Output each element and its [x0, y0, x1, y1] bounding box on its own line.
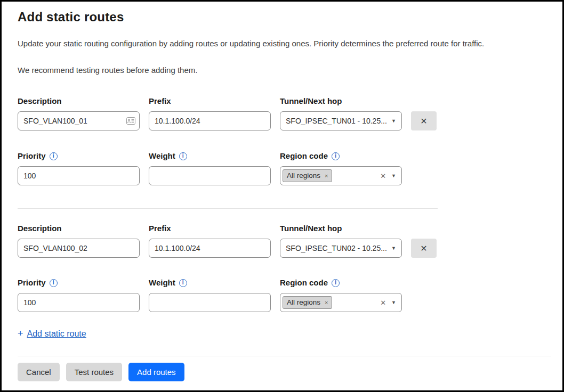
- test-routes-button[interactable]: Test routes: [66, 363, 122, 381]
- add-routes-button[interactable]: Add routes: [128, 363, 184, 381]
- close-icon: ✕: [420, 243, 427, 254]
- tunnel-select-value: SFO_IPSEC_TUN01 - 10.25...: [286, 117, 387, 125]
- tunnel-label: Tunnel/Next hop: [280, 96, 402, 107]
- tunnel-field-2: Tunnel/Next hop SFO_IPSEC_TUN02 - 10.25.…: [280, 223, 402, 258]
- weight-label: Weight: [149, 151, 175, 161]
- dialog-description: Update your static routing configuration…: [18, 38, 553, 49]
- priority-label: Priority: [18, 151, 46, 161]
- chip-close-icon[interactable]: ×: [325, 173, 328, 179]
- description-input-1[interactable]: [18, 111, 140, 130]
- tunnel-field-1: Tunnel/Next hop SFO_IPSEC_TUN01 - 10.25.…: [280, 96, 402, 130]
- region-tag: All regions ×: [283, 169, 332, 182]
- prefix-label: Prefix: [149, 96, 271, 107]
- description-input-2[interactable]: [18, 239, 140, 258]
- page-title: Add static routes: [18, 9, 553, 25]
- footer-actions: Cancel Test routes Add routes: [18, 363, 553, 381]
- chevron-down-icon: ▼: [391, 173, 396, 178]
- add-static-route-row: + Add static route: [18, 328, 553, 339]
- group-divider: [18, 208, 438, 209]
- priority-input-2[interactable]: [18, 293, 140, 312]
- tunnel-select-value: SFO_IPSEC_TUN02 - 10.25...: [286, 244, 387, 252]
- tunnel-select-2[interactable]: SFO_IPSEC_TUN02 - 10.25... ▼: [280, 239, 402, 258]
- clear-icon[interactable]: ✕: [379, 172, 387, 180]
- region-field-1: Region code i All regions × ✕ ▼: [280, 151, 402, 185]
- prefix-label: Prefix: [149, 223, 271, 234]
- region-tag-label: All regions: [287, 299, 320, 306]
- region-select-2[interactable]: All regions × ✕ ▼: [280, 293, 402, 312]
- prefix-input-1[interactable]: [149, 111, 271, 130]
- info-icon[interactable]: i: [50, 152, 58, 160]
- description-label: Description: [18, 223, 140, 234]
- priority-label: Priority: [18, 277, 46, 288]
- route-group-2: Description Prefix Tunnel/Next hop SFO_I…: [18, 223, 553, 312]
- region-field-2: Region code i All regions × ✕ ▼: [280, 277, 402, 312]
- description-field-1: Description: [18, 96, 140, 130]
- chevron-down-icon: ▼: [391, 246, 396, 251]
- remove-route-button-1[interactable]: ✕: [411, 111, 437, 130]
- region-select-1[interactable]: All regions × ✕ ▼: [280, 166, 402, 185]
- prefix-input-2[interactable]: [149, 239, 271, 258]
- info-icon[interactable]: i: [332, 279, 340, 287]
- weight-label: Weight: [149, 277, 175, 288]
- cancel-button[interactable]: Cancel: [18, 363, 60, 381]
- region-tag: All regions ×: [283, 296, 332, 309]
- add-static-route-link[interactable]: Add static route: [27, 329, 86, 339]
- info-icon[interactable]: i: [179, 152, 187, 160]
- plus-icon: +: [18, 328, 23, 339]
- close-icon: ✕: [420, 116, 427, 126]
- add-static-routes-dialog: Add static routes Update your static rou…: [0, 0, 564, 392]
- footer-divider: [18, 356, 551, 356]
- region-tag-label: All regions: [287, 172, 320, 179]
- description-field-2: Description: [18, 223, 140, 258]
- tunnel-label: Tunnel/Next hop: [280, 223, 402, 234]
- region-label: Region code: [280, 151, 328, 161]
- priority-input-1[interactable]: [18, 166, 140, 185]
- prefix-field-2: Prefix: [149, 223, 271, 258]
- info-icon[interactable]: i: [332, 152, 340, 160]
- remove-route-button-2[interactable]: ✕: [411, 239, 437, 258]
- chip-close-icon[interactable]: ×: [325, 300, 328, 306]
- weight-input-1[interactable]: [149, 166, 271, 185]
- region-label: Region code: [280, 277, 328, 288]
- info-icon[interactable]: i: [50, 279, 58, 287]
- chevron-down-icon: ▼: [391, 300, 396, 305]
- tunnel-select-1[interactable]: SFO_IPSEC_TUN01 - 10.25... ▼: [280, 111, 402, 130]
- dialog-note: We recommend testing routes before addin…: [18, 64, 553, 76]
- route-group-1: Description: [18, 96, 553, 185]
- chevron-down-icon: ▼: [391, 118, 396, 124]
- clear-icon[interactable]: ✕: [379, 299, 387, 307]
- info-icon[interactable]: i: [179, 279, 187, 287]
- contact-card-icon[interactable]: [126, 117, 135, 125]
- priority-field-2: Priority i: [18, 277, 140, 312]
- description-label: Description: [18, 96, 140, 107]
- weight-field-2: Weight i: [149, 277, 271, 312]
- priority-field-1: Priority i: [18, 151, 140, 185]
- prefix-field-1: Prefix: [149, 96, 271, 130]
- weight-field-1: Weight i: [149, 151, 271, 185]
- weight-input-2[interactable]: [149, 293, 271, 312]
